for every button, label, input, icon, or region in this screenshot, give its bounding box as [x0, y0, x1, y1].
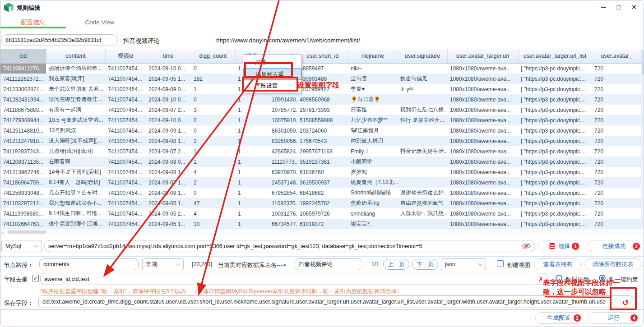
table-cell[interactable]: [ "https://p3-pc.douyinpic.... [518, 136, 592, 146]
table-cell[interactable]: 9.14我生日啊，可惜... [46, 208, 105, 219]
column-header[interactable]: time [146, 49, 191, 63]
table-cell[interactable]: 741268411276... [0, 63, 46, 74]
table-cell[interactable]: 1080x1080/aweme-ava... [447, 125, 518, 136]
vertical-scrollbar[interactable] [641, 49, 644, 229]
tab-config-info[interactable]: 配置信息 [0, 18, 66, 28]
table-cell[interactable]: 2 [191, 136, 235, 146]
table-cell[interactable]: 720 [592, 177, 641, 188]
table-cell[interactable]: 7411007454... [105, 136, 146, 146]
table-cell[interactable]: 2024-09-08 1... [146, 167, 191, 177]
table-cell[interactable]: 9.14有人一起吗[宕机] [46, 177, 105, 188]
table-cell[interactable]: 720 [592, 63, 641, 74]
table-cell[interactable]: 68418682 [297, 188, 348, 198]
table-cell[interactable] [398, 167, 447, 177]
table-cell[interactable]: 741186964759... [0, 177, 46, 188]
table-cell[interactable]: 1 [191, 84, 235, 94]
table-cell[interactable]: [ "https://p3-pc.douyinpic.... [518, 157, 592, 167]
table-row[interactable]: 741211247918...没人陪呀[泣不成声][...7411007454.… [0, 136, 641, 146]
context-menu-item[interactable]: 字段设置 [243, 80, 301, 92]
table-cell[interactable]: 有没有一起滴 [46, 105, 105, 115]
table-cell[interactable]: [ "https://p3-pc.douyinpic.... [518, 125, 592, 136]
table-cell[interactable]: 帅到被人捅刀 [348, 136, 398, 146]
table-cell[interactable]: [ "https://p3-pc.douyinpic.... [518, 177, 592, 188]
table-cell[interactable]: 2024-09-07 2... [146, 105, 191, 115]
column-header[interactable]: user.avatar_ [592, 49, 641, 63]
table-cell[interactable]: 1080x1080/aweme-ava... [447, 94, 518, 105]
table-cell[interactable]: 48959497 [297, 63, 348, 74]
vertical-scrollbar-thumb[interactable] [642, 51, 644, 74]
table-cell[interactable]: 7411007454... [105, 125, 146, 136]
table-cell[interactable]: 季夏♥ [348, 84, 398, 94]
table-cell[interactable]: 720 [592, 198, 641, 208]
close-icon[interactable]: ✕ [629, 3, 639, 11]
table-cell[interactable]: 1080x1080/aweme-ava... [447, 105, 518, 115]
table-cell[interactable]: 7411007454... [105, 105, 146, 115]
table-cell[interactable]: 3 [191, 105, 235, 115]
table-row[interactable]: 741112262372...我在家看[呲牙]7411007454...2024… [0, 74, 641, 84]
table-cell[interactable]: 在哪看啊 [46, 157, 105, 167]
table-cell[interactable]: 720 [592, 125, 641, 136]
save-fields-input[interactable] [38, 295, 633, 308]
table-cell[interactable]: 7411007454... [105, 157, 146, 167]
table-cell[interactable]: 10785772... [269, 105, 297, 115]
mode-select[interactable]: 常规 [142, 258, 184, 270]
table-cell[interactable] [398, 125, 447, 136]
table-cell[interactable]: 7411007454... [105, 146, 146, 157]
table-cell[interactable]: 1 [235, 219, 269, 229]
table-cell[interactable]: [ "https://p3-pc.douyinpic.... [518, 219, 592, 229]
table-cell[interactable]: 几点开始呀？公布时... [46, 188, 105, 198]
table-cell[interactable]: 720 [592, 157, 641, 167]
table-cell[interactable]: 1080x1080/aweme-ava... [447, 84, 518, 94]
maximize-icon[interactable]: □ [614, 3, 624, 11]
table-cell[interactable]: 10075910... [269, 115, 297, 125]
table-row[interactable]: 741233002871...来个武汉男朋友 去看...7411007454..… [0, 84, 641, 94]
table-cell[interactable]: 11082370... [269, 198, 297, 208]
table-cell[interactable]: 1080x1080/aweme-ava... [447, 63, 518, 74]
db-engine-select[interactable]: MySql [1, 240, 42, 252]
table-cell[interactable]: 29957671163 [297, 146, 348, 157]
next-page-button[interactable]: 下一页 [412, 259, 438, 270]
table-cell[interactable]: 我只想知道武汉会不... [46, 198, 105, 208]
horizontal-scrollbar[interactable] [0, 229, 644, 235]
table-cell[interactable]: 人群太吵，我只想... [398, 208, 447, 219]
table-cell[interactable]: 741188675883... [0, 105, 46, 115]
table-cell[interactable]: 10 [191, 219, 235, 229]
table-row[interactable]: 741251148819...13号到武汉7411007454...2024-0… [0, 125, 641, 136]
table-cell[interactable]: [ "https://p3-pc.douyinpic.... [518, 146, 592, 157]
table-cell[interactable]: 530903488 [297, 74, 348, 84]
table-cell[interactable]: 741282431994... [0, 94, 46, 105]
table-cell[interactable]: 2024-09-07 1... [146, 177, 191, 188]
horizontal-scrollbar-thumb[interactable] [8, 230, 46, 234]
table-cell[interactable]: 741251148819... [0, 125, 46, 136]
table-cell[interactable]: 🌻向日葵🌻 [348, 94, 398, 105]
table-cell[interactable]: niki~ [348, 63, 398, 74]
table-cell[interactable]: 67952854... [269, 188, 297, 198]
table-cell[interactable]: 61019372 [297, 219, 348, 229]
table-cell[interactable]: 1080x1080/aweme-ava... [447, 208, 518, 219]
table-cell[interactable]: 741213967746... [0, 167, 46, 177]
table-cell[interactable]: 3519237361 [297, 157, 348, 167]
table-cell[interactable]: 0 [191, 115, 235, 125]
table-cell[interactable]: [ "https://p3-pc.douyinpic.... [518, 74, 592, 84]
table-cell[interactable] [398, 157, 447, 167]
table-cell[interactable]: 尘与雪 [348, 74, 398, 84]
table-cell[interactable]: 1080x1080/aweme-ava... [447, 115, 518, 125]
table-cell[interactable]: 1 [191, 157, 235, 167]
table-cell[interactable]: 岁岁知 [348, 167, 398, 177]
table-row[interactable]: 741213967746...14号不是下雨吗[宕机]7411007454...… [0, 167, 641, 177]
prev-page-button[interactable]: 上一页 [383, 259, 409, 270]
table-cell[interactable]: 720 [592, 188, 641, 198]
table-cell[interactable]: shinoliang [348, 208, 398, 219]
table-cell[interactable]: 1080x1080/aweme-ava... [447, 219, 518, 229]
table-cell[interactable]: 741279308944... [0, 115, 46, 125]
table-cell[interactable]: 这个需要到哪个江滩... [46, 219, 105, 229]
table-cell[interactable]: 1 [235, 125, 269, 136]
table-row[interactable]: 741186964759...9.14有人一起吗[宕机]7411007454..… [0, 177, 641, 188]
table-cell[interactable]: 1 [235, 157, 269, 167]
select-db-button[interactable]: 选择 1 [538, 240, 580, 252]
table-cell[interactable]: 2024-09-09 1... [146, 125, 191, 136]
table-cell[interactable]: 1 [235, 188, 269, 198]
table-cell[interactable]: 741102664763... [0, 219, 46, 229]
refresh-icon[interactable]: ↺ [622, 298, 629, 308]
db-table-name-input[interactable] [295, 258, 362, 270]
